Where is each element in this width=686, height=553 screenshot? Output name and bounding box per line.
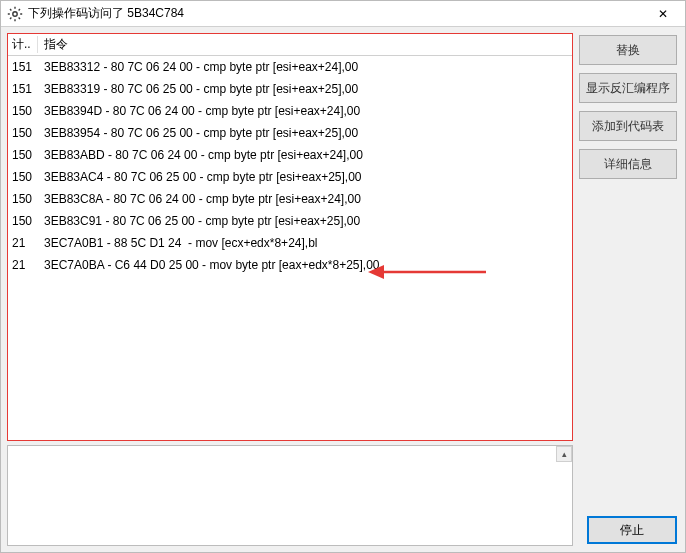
list-body: 1513EB83312 - 80 7C 06 24 00 - cmp byte …: [8, 56, 572, 440]
instruction-cell: 3EB83C91 - 80 7C 06 25 00 - cmp byte ptr…: [38, 214, 572, 228]
count-cell: 150: [8, 214, 38, 228]
table-row[interactable]: 1503EB8394D - 80 7C 06 24 00 - cmp byte …: [8, 100, 572, 122]
count-cell: 151: [8, 60, 38, 74]
body: 计.. 指令 1513EB83312 - 80 7C 06 24 00 - cm…: [1, 27, 685, 552]
count-cell: 150: [8, 126, 38, 140]
instruction-cell: 3EB8394D - 80 7C 06 24 00 - cmp byte ptr…: [38, 104, 572, 118]
instruction-cell: 3EB83954 - 80 7C 06 25 00 - cmp byte ptr…: [38, 126, 572, 140]
count-cell: 150: [8, 104, 38, 118]
column-instruction-header[interactable]: 指令: [38, 36, 572, 53]
count-cell: 150: [8, 148, 38, 162]
svg-point-0: [13, 11, 17, 15]
list-header: 计.. 指令: [8, 34, 572, 56]
opcode-list[interactable]: 计.. 指令 1513EB83312 - 80 7C 06 24 00 - cm…: [7, 33, 573, 441]
column-count-header[interactable]: 计..: [8, 36, 38, 53]
scroll-up-button[interactable]: ▴: [556, 446, 572, 462]
left-column: 计.. 指令 1513EB83312 - 80 7C 06 24 00 - cm…: [1, 27, 579, 552]
count-cell: 151: [8, 82, 38, 96]
table-row[interactable]: 1503EB83AC4 - 80 7C 06 25 00 - cmp byte …: [8, 166, 572, 188]
instruction-cell: 3EC7A0BA - C6 44 D0 25 00 - mov byte ptr…: [38, 258, 572, 272]
opcode-access-window: 下列操作码访问了 5B34C784 ✕ 计.. 指令 1513EB83312 -…: [0, 0, 686, 553]
details-textarea[interactable]: ▴: [7, 445, 573, 546]
instruction-cell: 3EB83312 - 80 7C 06 24 00 - cmp byte ptr…: [38, 60, 572, 74]
close-icon: ✕: [658, 7, 668, 21]
window-title: 下列操作码访问了 5B34C784: [28, 5, 641, 22]
table-row[interactable]: 1513EB83312 - 80 7C 06 24 00 - cmp byte …: [8, 56, 572, 78]
titlebar: 下列操作码访问了 5B34C784 ✕: [1, 1, 685, 27]
bottom-bar: 停止: [587, 516, 677, 544]
replace-button[interactable]: 替换: [579, 35, 677, 65]
chevron-up-icon: ▴: [562, 449, 567, 459]
count-cell: 21: [8, 258, 38, 272]
table-row[interactable]: 1513EB83319 - 80 7C 06 25 00 - cmp byte …: [8, 78, 572, 100]
count-cell: 150: [8, 170, 38, 184]
instruction-cell: 3EC7A0B1 - 88 5C D1 24 - mov [ecx+edx*8+…: [38, 236, 572, 250]
instruction-cell: 3EB83319 - 80 7C 06 25 00 - cmp byte ptr…: [38, 82, 572, 96]
table-row[interactable]: 1503EB83954 - 80 7C 06 25 00 - cmp byte …: [8, 122, 572, 144]
app-icon: [7, 6, 23, 22]
table-row[interactable]: 1503EB83C91 - 80 7C 06 25 00 - cmp byte …: [8, 210, 572, 232]
add-to-codelist-button[interactable]: 添加到代码表: [579, 111, 677, 141]
count-cell: 150: [8, 192, 38, 206]
count-cell: 21: [8, 236, 38, 250]
table-row[interactable]: 1503EB83ABD - 80 7C 06 24 00 - cmp byte …: [8, 144, 572, 166]
table-row[interactable]: 1503EB83C8A - 80 7C 06 24 00 - cmp byte …: [8, 188, 572, 210]
close-button[interactable]: ✕: [641, 1, 685, 27]
instruction-cell: 3EB83AC4 - 80 7C 06 25 00 - cmp byte ptr…: [38, 170, 572, 184]
show-disassembler-button[interactable]: 显示反汇编程序: [579, 73, 677, 103]
details-button[interactable]: 详细信息: [579, 149, 677, 179]
table-row[interactable]: 213EC7A0B1 - 88 5C D1 24 - mov [ecx+edx*…: [8, 232, 572, 254]
instruction-cell: 3EB83C8A - 80 7C 06 24 00 - cmp byte ptr…: [38, 192, 572, 206]
table-row[interactable]: 213EC7A0BA - C6 44 D0 25 00 - mov byte p…: [8, 254, 572, 276]
right-button-column: 替换 显示反汇编程序 添加到代码表 详细信息: [579, 27, 685, 552]
instruction-cell: 3EB83ABD - 80 7C 06 24 00 - cmp byte ptr…: [38, 148, 572, 162]
stop-button[interactable]: 停止: [587, 516, 677, 544]
